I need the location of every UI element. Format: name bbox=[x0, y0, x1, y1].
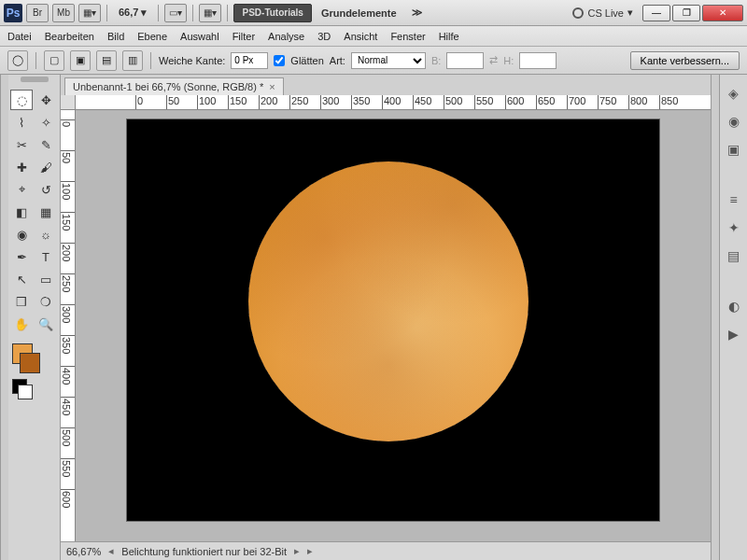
refine-edge-button[interactable]: Kante verbessern... bbox=[630, 51, 740, 70]
quick-select-tool[interactable]: ✧ bbox=[35, 112, 57, 133]
paths-panel-icon[interactable]: ▣ bbox=[724, 140, 744, 159]
feather-input[interactable] bbox=[231, 52, 268, 69]
3d-tool[interactable]: ❒ bbox=[10, 291, 33, 312]
minibridge-button[interactable]: Mb bbox=[52, 4, 75, 22]
cslive-label: CS Live bbox=[587, 7, 624, 19]
default-bw-swatches[interactable] bbox=[10, 371, 58, 398]
gradient-tool[interactable]: ▦ bbox=[35, 202, 57, 222]
menu-bild[interactable]: Bild bbox=[107, 31, 124, 42]
cslive-icon bbox=[572, 7, 584, 19]
tools-panel: ◌ ✥ ⌇ ✧ ✂ ✎ ✚ 🖌 ⌖ ↺ ◧ ▦ ◉ ☼ ✒ T ↖ ▭ ❒ ❍ … bbox=[8, 75, 61, 560]
stamp-tool[interactable]: ⌖ bbox=[10, 179, 33, 200]
document[interactable] bbox=[127, 119, 659, 521]
ruler-horizontal[interactable]: 0501001502002503003504004505005506006507… bbox=[76, 95, 711, 110]
shape-tool[interactable]: ▭ bbox=[35, 269, 57, 289]
status-next-icon[interactable]: ▸ bbox=[294, 545, 300, 557]
style-select[interactable]: Normal bbox=[351, 52, 426, 69]
lasso-tool[interactable]: ⌇ bbox=[10, 112, 33, 133]
background-swatch[interactable] bbox=[20, 353, 40, 373]
history-brush-tool[interactable]: ↺ bbox=[35, 179, 57, 200]
styles-panel-icon[interactable]: ✦ bbox=[724, 218, 744, 237]
blur-tool[interactable]: ◉ bbox=[10, 224, 33, 245]
extras-button[interactable]: ▦▾ bbox=[199, 4, 221, 22]
zoom-label[interactable]: 66,7 ▾ bbox=[113, 7, 152, 19]
canvas[interactable] bbox=[76, 110, 711, 541]
sun-layer bbox=[248, 161, 529, 441]
swap-wh-icon: ⇄ bbox=[489, 54, 498, 66]
3d-camera-tool[interactable]: ❍ bbox=[35, 291, 57, 312]
tools-grip[interactable] bbox=[10, 77, 58, 86]
move-tool[interactable]: ✥ bbox=[35, 90, 57, 110]
history-panel-icon[interactable]: ◐ bbox=[724, 297, 744, 315]
status-prev-icon[interactable]: ◂ bbox=[108, 545, 114, 557]
actions-panel-icon[interactable]: ▶ bbox=[724, 325, 744, 343]
crop-tool[interactable]: ✂ bbox=[10, 134, 33, 155]
document-tab-bar: Unbenannt-1 bei 66,7% (Sonne, RGB/8) * × bbox=[61, 75, 711, 95]
brush-tool[interactable]: 🖌 bbox=[35, 157, 57, 177]
eraser-tool[interactable]: ◧ bbox=[10, 202, 33, 222]
menu-datei[interactable]: Datei bbox=[7, 31, 32, 42]
dodge-tool[interactable]: ☼ bbox=[35, 224, 57, 245]
menu-bar: Datei Bearbeiten Bild Ebene Auswahl Filt… bbox=[0, 26, 747, 47]
menu-fenster[interactable]: Fenster bbox=[390, 31, 425, 42]
left-dock-grip[interactable] bbox=[0, 75, 8, 560]
screenmode-button[interactable]: ▭▾ bbox=[164, 4, 187, 22]
ruler-vertical[interactable]: 050100150200250300350400450500550600 bbox=[61, 110, 76, 541]
document-tab-label: Unbenannt-1 bei 66,7% (Sonne, RGB/8) * bbox=[73, 81, 263, 92]
ruler-origin[interactable] bbox=[61, 95, 76, 110]
intersect-selection-icon[interactable]: ▥ bbox=[122, 50, 143, 71]
menu-ebene[interactable]: Ebene bbox=[137, 31, 167, 42]
close-tab-icon[interactable]: × bbox=[269, 81, 275, 92]
add-selection-icon[interactable]: ▣ bbox=[70, 50, 91, 71]
menu-auswahl[interactable]: Auswahl bbox=[180, 31, 219, 42]
hand-tool[interactable]: ✋ bbox=[10, 314, 33, 334]
cslive[interactable]: CS Live ▾ bbox=[572, 7, 633, 19]
maximize-button[interactable]: ❐ bbox=[672, 5, 700, 21]
title-bar: Ps Br Mb ▦▾ 66,7 ▾ ▭▾ ▦▾ PSD-Tutorials G… bbox=[0, 0, 747, 26]
menu-ansicht[interactable]: Ansicht bbox=[344, 31, 377, 42]
adjustments-panel-icon[interactable]: ≡ bbox=[724, 190, 744, 209]
path-select-tool[interactable]: ↖ bbox=[10, 269, 33, 289]
canvas-area: Unbenannt-1 bei 66,7% (Sonne, RGB/8) * ×… bbox=[61, 75, 711, 560]
subtract-selection-icon[interactable]: ▤ bbox=[96, 50, 117, 71]
right-dock-grip[interactable] bbox=[711, 75, 719, 560]
type-tool[interactable]: T bbox=[35, 246, 57, 267]
tool-preset-icon[interactable]: ◯ bbox=[7, 50, 28, 71]
channels-panel-icon[interactable]: ◉ bbox=[724, 112, 744, 131]
workspace-more[interactable]: ≫ bbox=[406, 7, 429, 19]
menu-analyse[interactable]: Analyse bbox=[268, 31, 304, 42]
healing-tool[interactable]: ✚ bbox=[10, 157, 33, 177]
status-menu-icon[interactable]: ▸ bbox=[307, 545, 313, 557]
masks-panel-icon[interactable]: ▤ bbox=[724, 246, 744, 265]
menu-filter[interactable]: Filter bbox=[233, 31, 255, 42]
antialias-checkbox[interactable] bbox=[274, 55, 285, 66]
right-panels: ◈ ◉ ▣ ≡ ✦ ▤ ◐ ▶ bbox=[719, 75, 747, 560]
document-tab[interactable]: Unbenannt-1 bei 66,7% (Sonne, RGB/8) * × bbox=[64, 77, 284, 95]
menu-bearbeiten[interactable]: Bearbeiten bbox=[45, 31, 94, 42]
layers-panel-icon[interactable]: ◈ bbox=[724, 84, 744, 103]
status-message: Belichtung funktioniert nur bei 32-Bit bbox=[121, 546, 287, 557]
menu-3d[interactable]: 3D bbox=[317, 31, 331, 42]
workspace-grundelemente[interactable]: Grundelemente bbox=[316, 7, 402, 19]
width-label: B: bbox=[431, 55, 441, 66]
close-button[interactable]: ✕ bbox=[702, 5, 743, 21]
window-buttons: — ❐ ✕ bbox=[642, 5, 743, 21]
marquee-tool[interactable]: ◌ bbox=[10, 90, 33, 110]
bridge-button[interactable]: Br bbox=[26, 4, 49, 22]
status-bar: 66,67% ◂ Belichtung funktioniert nur bei… bbox=[61, 541, 711, 560]
minimize-button[interactable]: — bbox=[642, 5, 670, 21]
options-bar: ◯ ▢ ▣ ▤ ▥ Weiche Kante: Glätten Art: Nor… bbox=[0, 47, 747, 75]
style-label: Art: bbox=[330, 55, 345, 66]
pen-tool[interactable]: ✒ bbox=[10, 246, 33, 267]
status-zoom[interactable]: 66,67% bbox=[66, 546, 101, 557]
new-selection-icon[interactable]: ▢ bbox=[44, 50, 64, 71]
workspace-psdtutorials[interactable]: PSD-Tutorials bbox=[233, 4, 311, 22]
default-bg-icon[interactable] bbox=[18, 385, 33, 399]
arrange-docs-button[interactable]: ▦▾ bbox=[78, 4, 101, 22]
height-input bbox=[519, 52, 557, 69]
eyedropper-tool[interactable]: ✎ bbox=[35, 134, 57, 155]
zoom-tool[interactable]: 🔍 bbox=[35, 314, 57, 334]
work-area: ◌ ✥ ⌇ ✧ ✂ ✎ ✚ 🖌 ⌖ ↺ ◧ ▦ ◉ ☼ ✒ T ↖ ▭ ❒ ❍ … bbox=[0, 75, 747, 560]
color-swatches[interactable] bbox=[10, 336, 58, 370]
menu-hilfe[interactable]: Hilfe bbox=[439, 31, 459, 42]
